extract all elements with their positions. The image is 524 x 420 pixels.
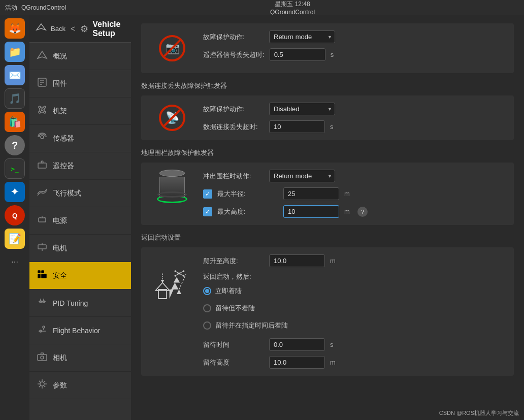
failsafe-action-dropdown-wrapper[interactable]: Return mode	[269, 30, 335, 43]
music-icon[interactable]: 🎵	[5, 88, 25, 109]
sidebar-item-motor[interactable]: 电机	[29, 235, 131, 262]
frame-label: 机架	[53, 107, 67, 116]
geofence-action-select[interactable]: Return mode	[269, 170, 335, 182]
svg-rect-17	[39, 218, 46, 222]
radio-loiter-thenland[interactable]	[203, 321, 211, 330]
svg-rect-24	[38, 271, 40, 273]
flightmodes-label: 飞行模式	[53, 189, 81, 198]
datalink-action-select[interactable]: Disabled	[269, 103, 335, 115]
loiter-time-label: 留待时间	[203, 340, 264, 349]
datalink-action-dropdown-wrapper[interactable]: Disabled	[269, 103, 335, 115]
geofence-header: 地理围栏故障保护触发器	[141, 148, 514, 157]
geofence-action-dropdown-wrapper[interactable]: Return mode	[269, 170, 335, 182]
rc-failsafe-fields: 故障保护动作: Return mode 遥控器信号丢失超时: s	[203, 30, 506, 61]
sidebar-item-frame[interactable]: 机架	[29, 98, 131, 125]
geofence-icon	[149, 170, 195, 203]
safety-label: 安全	[53, 271, 67, 280]
failsafe-action-select[interactable]: Return mode	[269, 30, 335, 43]
store-icon[interactable]: 🛍️	[5, 112, 25, 132]
datalink-failsafe-icon: 📡	[149, 103, 195, 133]
datalink-timeout-input[interactable]	[269, 120, 325, 133]
rc-timeout-input[interactable]	[270, 48, 325, 61]
radio-loiter-thenland-row: 留待并在指定时间后着陆	[203, 321, 506, 330]
svg-marker-40	[158, 289, 167, 299]
sidebar-item-radio[interactable]: 遥控器	[29, 152, 131, 180]
geofence-maxalt-checkbox[interactable]	[203, 207, 212, 216]
svg-rect-37	[38, 354, 47, 361]
loiter-time-row: 留待时间 s	[203, 338, 506, 351]
qgc-icon[interactable]: Q	[5, 205, 25, 225]
svg-rect-27	[42, 274, 46, 278]
svg-rect-14	[38, 163, 46, 168]
back-button[interactable]: Back	[51, 25, 66, 33]
vscode-icon[interactable]: ✦	[5, 182, 25, 202]
sensors-icon	[37, 132, 48, 145]
terminal-icon[interactable]: >_	[5, 158, 25, 179]
sidebar-item-power[interactable]: 电源	[29, 207, 131, 235]
sidebar-item-camera[interactable]: 相机	[29, 344, 131, 372]
datalink-timeout-label: 数据连接丢失超时:	[203, 122, 264, 132]
files-icon[interactable]: 📁	[5, 42, 25, 62]
pidtuning-icon	[37, 296, 48, 310]
nav-header: Back < ⚙ Vehicle Setup	[29, 15, 131, 43]
rc-timeout-row: 遥控器信号丢失超时: s	[203, 48, 506, 61]
time-label: 星期五 12:48	[270, 0, 315, 9]
sidebar-item-pidtuning[interactable]: PID Tuning	[29, 289, 131, 317]
geofence-maxalt-label: 最大高度:	[217, 207, 278, 216]
sidebar-item-flightmodes[interactable]: 飞行模式	[29, 180, 131, 207]
geofence-card: 冲出围栏时动作: Return mode 最大半径: m 最大高度:	[141, 163, 514, 225]
camera-label: 相机	[53, 353, 67, 363]
failsafe-action-row: 故障保护动作: Return mode	[203, 30, 506, 43]
motor-icon	[37, 241, 48, 255]
radio-land-immediately[interactable]	[203, 287, 211, 295]
geofence-fields: 冲出围栏时动作: Return mode 最大半径: m 最大高度:	[203, 170, 506, 218]
system-bar-center: 星期五 12:48 QGroundControl	[270, 0, 315, 16]
geofence-maxradius-checkbox[interactable]	[203, 189, 212, 199]
return-then-label-row: 返回启动，然后:	[203, 272, 506, 281]
center-app-label: QGroundControl	[270, 9, 315, 16]
svg-point-13	[41, 136, 44, 139]
sidebar-item-flightbehavior[interactable]: Flight Behavior	[29, 317, 131, 344]
radio-loiter-nolnad[interactable]	[203, 304, 211, 312]
help-icon[interactable]: ?	[5, 135, 25, 155]
sidebar-item-params[interactable]: 参数	[29, 372, 131, 399]
firefox-icon[interactable]: 🦊	[5, 18, 25, 39]
radio-label: 遥控器	[53, 161, 74, 171]
rc-failsafe-card: 📷 故障保护动作: Return mode 遥控器信号丢	[141, 23, 514, 73]
overview-label: 概况	[53, 52, 67, 61]
safety-icon	[37, 269, 48, 282]
sidebar-item-safety[interactable]: 安全	[29, 262, 131, 289]
mail-icon[interactable]: ✉️	[5, 65, 25, 85]
loiter-altitude-label: 留待高度	[203, 358, 264, 367]
radio-land-immediately-label: 立即着陆	[215, 286, 242, 296]
sensors-label: 传感器	[53, 134, 74, 143]
nav-sidebar: Back < ⚙ Vehicle Setup 概况 固件	[29, 15, 131, 420]
geofence-maxradius-input[interactable]	[283, 187, 339, 200]
plane-header-icon	[36, 22, 47, 36]
geofence-maxalt-help-button[interactable]: ?	[357, 207, 368, 217]
flightbehavior-label: Flight Behavior	[53, 327, 100, 335]
climb-altitude-input[interactable]	[269, 254, 325, 267]
system-bar: 活动 QGroundControl 星期五 12:48 QGroundContr…	[0, 0, 524, 15]
frame-icon	[37, 104, 48, 118]
svg-rect-25	[42, 271, 44, 273]
sidebar-item-firmware[interactable]: 固件	[29, 70, 131, 98]
firmware-icon	[37, 77, 48, 90]
system-bar-left: 活动 QGroundControl	[5, 4, 66, 12]
sticky-icon[interactable]: 📝	[5, 229, 25, 249]
svg-point-35	[43, 326, 45, 328]
more-apps-icon[interactable]: ⋯	[5, 252, 25, 272]
datalink-timeout-unit: s	[330, 123, 338, 131]
geofence-maxalt-input[interactable]	[283, 205, 339, 218]
overview-icon	[37, 49, 48, 63]
sidebar-item-overview[interactable]: 概况	[29, 43, 131, 70]
sidebar-item-sensors[interactable]: 传感器	[29, 125, 131, 152]
svg-marker-43	[171, 283, 178, 290]
loiter-time-input[interactable]	[269, 338, 325, 351]
loiter-altitude-input[interactable]	[269, 356, 325, 369]
failsafe-action-label: 故障保护动作:	[203, 33, 264, 42]
svg-point-39	[40, 382, 44, 386]
svg-point-38	[41, 356, 44, 359]
power-label: 电源	[53, 216, 67, 225]
rc-timeout-label: 遥控器信号丢失超时:	[203, 50, 265, 59]
